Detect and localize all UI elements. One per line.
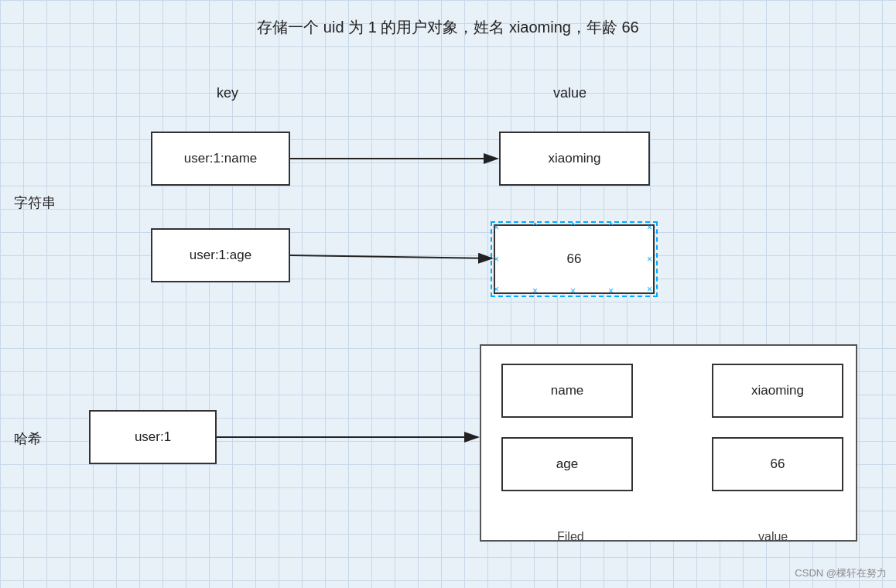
hash-value-label: value bbox=[758, 530, 788, 544]
box-key-user1name: user:1:name bbox=[151, 132, 290, 186]
hash-field-name: name bbox=[501, 364, 633, 418]
svg-line-2 bbox=[290, 255, 492, 258]
col-header-value: value bbox=[553, 85, 587, 101]
hash-field-age: age bbox=[501, 437, 633, 491]
category-string: 字符串 bbox=[14, 193, 56, 212]
box-val-xiaoming: xiaoming bbox=[499, 132, 650, 186]
box-key-user1age: user:1:age bbox=[151, 228, 290, 282]
main-content: 存储一个 uid 为 1 的用户对象，姓名 xiaoming，年龄 66 key… bbox=[0, 0, 896, 588]
watermark: CSDN @棵轩在努力 bbox=[795, 566, 887, 580]
page-title: 存储一个 uid 为 1 的用户对象，姓名 xiaoming，年龄 66 bbox=[257, 17, 638, 38]
hash-value-66: 66 bbox=[712, 437, 843, 491]
hash-field-label: Filed bbox=[557, 530, 584, 544]
hash-value-xiaoming: xiaoming bbox=[712, 364, 843, 418]
box-val-66-selected: 66 bbox=[494, 224, 655, 294]
col-header-key: key bbox=[217, 85, 238, 101]
box-hash-key-user1: user:1 bbox=[89, 410, 217, 464]
category-hash: 哈希 bbox=[14, 429, 42, 448]
